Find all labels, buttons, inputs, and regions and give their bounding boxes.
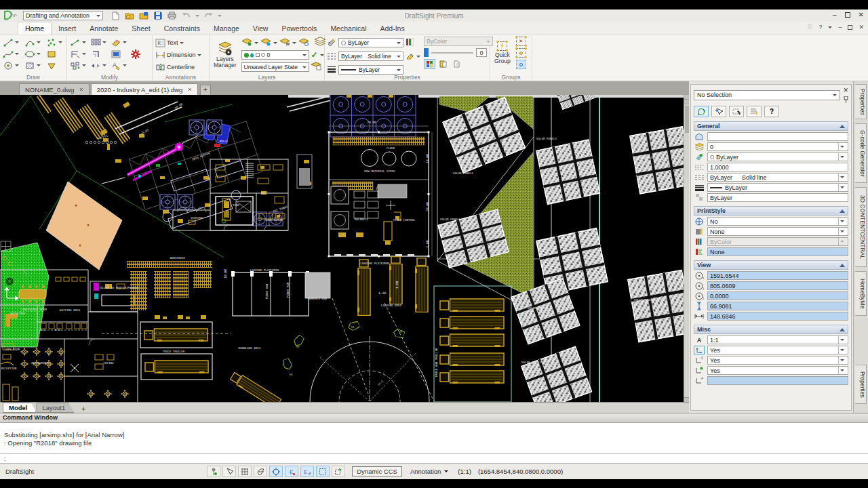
properties-painter-button[interactable] (424, 59, 435, 69)
section-view-header[interactable]: View (694, 260, 848, 270)
field-print-toggle[interactable]: No (707, 217, 848, 226)
drawing-viewport[interactable]: 70.00FLOURRAW MATERIAL STOREBALANCESSTOC… (0, 95, 684, 402)
selection-filter-combo[interactable]: No Selection (694, 90, 840, 100)
layer-show-tool[interactable] (260, 37, 271, 49)
layers-manager-button[interactable]: LayersManager (212, 37, 239, 73)
explode-tool[interactable] (69, 60, 87, 71)
favorites-heart-icon[interactable]: ♡ (807, 24, 812, 30)
side-tab-gcode[interactable]: G-code Generator (855, 123, 867, 183)
command-window-title[interactable]: Command Window (0, 413, 868, 423)
polar-guide-icon[interactable] (316, 466, 330, 477)
workspace-selector[interactable]: Drafting and Annotation (23, 11, 103, 20)
help-icon[interactable]: ? (818, 24, 822, 30)
command-input[interactable]: : (0, 453, 868, 463)
layer-hide-tool[interactable] (241, 37, 252, 49)
close-icon[interactable]: × (188, 86, 191, 93)
field-lineweight[interactable]: ByLayer (707, 183, 848, 192)
canvas-vscrollbar[interactable] (684, 95, 689, 402)
ribbon-restore-button[interactable] (848, 25, 852, 30)
undo-dropdown-icon[interactable] (195, 15, 199, 17)
stretch-tool[interactable] (90, 60, 107, 71)
close-icon[interactable]: × (79, 86, 83, 93)
field-width[interactable]: 148.6846 (707, 312, 848, 321)
spline-tool[interactable] (2, 48, 21, 60)
tab-home[interactable]: Home (18, 22, 52, 35)
side-tab-3dcontentcentral[interactable]: 3D CONTENTCENTRAL (855, 187, 867, 267)
tab-mechanical[interactable]: Mechanical (323, 22, 373, 35)
select-window-button[interactable] (729, 106, 744, 117)
layout1-tab[interactable]: Layout1 (36, 403, 74, 413)
polygon-tool[interactable] (45, 60, 64, 71)
ungroup-button[interactable]: ✕ (516, 37, 526, 46)
properties-page-button[interactable] (451, 59, 462, 69)
print-button[interactable] (167, 12, 177, 20)
annotation-scale-tool[interactable]: A (110, 60, 127, 71)
transparency-slider-handle[interactable] (424, 48, 429, 57)
add-sheet-button[interactable]: + (78, 405, 89, 413)
side-tab-homebyme[interactable]: HomeByMe (855, 271, 867, 316)
group-toggle-button[interactable] (516, 60, 526, 69)
field-color[interactable]: ByLayer (707, 152, 848, 161)
power-trim-gear-icon[interactable] (130, 49, 141, 60)
field-center-x[interactable]: 1591.6544 (707, 271, 848, 280)
edit-image-tool[interactable] (110, 48, 127, 60)
tab-addins[interactable]: Add-Ins (374, 22, 412, 35)
help-dropdown-icon[interactable] (828, 26, 832, 28)
undo-button[interactable] (181, 12, 191, 20)
line-tool[interactable] (2, 37, 21, 48)
minimize-button[interactable]: – (833, 11, 837, 18)
redo-button[interactable] (203, 12, 214, 20)
field-units[interactable]: Yes (707, 356, 848, 365)
arc-tool[interactable] (24, 37, 43, 48)
transparency-slider[interactable] (431, 49, 473, 57)
field-linetype-scale[interactable]: 1.0000 (707, 163, 848, 171)
move-tool[interactable] (69, 37, 87, 48)
annotation-scale-dropdown[interactable]: Annotation (408, 467, 451, 476)
hidden-lines-icon[interactable] (327, 50, 336, 62)
quick-select-button[interactable] (747, 106, 762, 117)
snap-icon[interactable] (207, 466, 220, 477)
selection-cycling-icon[interactable] (332, 466, 345, 477)
field-ucs-per-viewport[interactable]: Yes (707, 346, 848, 354)
lineweight-combo[interactable]: ByLayer (338, 65, 403, 75)
layer-apply-check-icon[interactable]: ✓ (311, 50, 318, 60)
select-entities-button[interactable] (694, 106, 709, 117)
field-annotation-scale[interactable]: 1:1 (707, 336, 848, 344)
select-add-button[interactable] (711, 106, 726, 117)
active-layer-combo[interactable]: 0 (241, 50, 309, 60)
properties-report-button[interactable] (437, 59, 449, 69)
tab-view[interactable]: View (246, 22, 275, 35)
model-tab[interactable]: Model (3, 403, 36, 413)
doc-tab-noname[interactable]: NONAME_0.dwg × (19, 83, 90, 95)
palette-help-button[interactable]: ? (764, 106, 779, 117)
section-general-header[interactable]: General (694, 121, 848, 131)
grid-icon[interactable] (238, 466, 252, 477)
layers-stack-icon[interactable] (314, 37, 326, 49)
text-tool[interactable]: R Text (155, 37, 207, 49)
field-layer[interactable]: 0 (707, 142, 848, 151)
field-linetype[interactable]: ByLayerSolid line (707, 173, 848, 182)
palette-pin-icon[interactable] (844, 96, 848, 103)
linetype-combo[interactable]: ByLayerSolid line (338, 52, 403, 61)
tab-annotate[interactable]: Annotate (83, 22, 125, 35)
redo-dropdown-icon[interactable] (218, 15, 222, 17)
transparency-value[interactable]: 0 (476, 48, 487, 57)
layer-state-combo[interactable]: Unsaved Layer State (241, 62, 309, 72)
new-doc-tab-button[interactable]: + (200, 85, 211, 95)
tab-sheet[interactable]: Sheet (125, 22, 157, 35)
centerline-tool[interactable]: Centerline (155, 61, 207, 73)
rectangle-tool[interactable] (45, 48, 64, 60)
trim-tool[interactable] (69, 48, 87, 60)
linetype-brush-icon[interactable] (406, 50, 414, 62)
new-file-button[interactable] (110, 12, 120, 20)
offset-tool[interactable] (90, 48, 107, 60)
point-tool[interactable] (45, 37, 64, 48)
section-printstyle-header[interactable]: PrintStyle (694, 206, 848, 216)
field-printstyle[interactable]: None (707, 227, 848, 236)
pointer-input-icon[interactable] (222, 466, 236, 477)
entity-snap-icon[interactable]: E (285, 466, 298, 477)
tab-constraints[interactable]: Constraints (157, 22, 207, 35)
field-center-z[interactable]: 0.0000 (707, 291, 848, 300)
field-height[interactable]: 66.9081 (707, 302, 848, 310)
save-button[interactable] (153, 12, 163, 20)
